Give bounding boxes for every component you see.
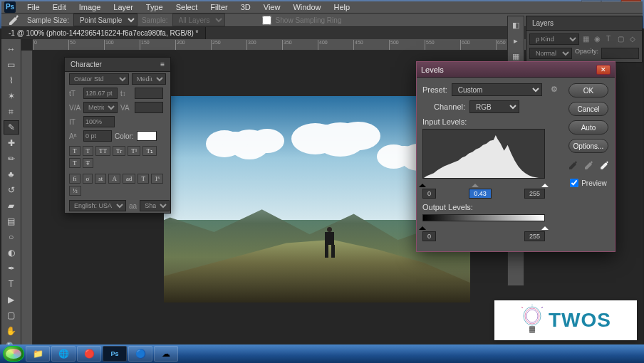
menu-window[interactable]: Window <box>287 1 326 13</box>
preset-gear-icon[interactable]: ⚙ <box>551 85 561 95</box>
vscale-input[interactable] <box>83 116 115 127</box>
language-select[interactable]: English: USA <box>69 200 126 211</box>
black-eyedropper-icon[interactable] <box>568 160 578 170</box>
output-white-slider[interactable] <box>541 223 549 230</box>
black-point-slider[interactable] <box>419 180 426 187</box>
font-size-input[interactable] <box>83 88 118 99</box>
type-style-btn-3[interactable]: Tr <box>113 146 125 156</box>
font-family-select[interactable]: Orator Std <box>69 73 129 85</box>
preset-select[interactable]: Custom <box>452 83 542 96</box>
type-style-btn-5[interactable]: T₁ <box>142 146 157 156</box>
clone-stamp-tool[interactable]: ♣ <box>4 167 19 182</box>
dodge-tool[interactable]: ◐ <box>4 246 19 260</box>
white-point-slider[interactable] <box>541 180 549 187</box>
start-button[interactable] <box>3 346 24 362</box>
opentype-btn-2[interactable]: st <box>95 174 106 184</box>
taskbar-creative-cloud[interactable]: ☁ <box>154 346 178 362</box>
white-eyedropper-icon[interactable] <box>599 160 609 170</box>
menu-view[interactable]: View <box>258 1 286 13</box>
sample-size-select[interactable]: Point Sample <box>73 14 137 26</box>
type-style-btn-7[interactable]: Ŧ <box>83 158 94 168</box>
opentype-btn-1[interactable]: σ <box>83 174 93 184</box>
panel-menu-icon[interactable]: ≡ <box>160 60 165 68</box>
history-brush-tool[interactable]: ↺ <box>4 183 19 197</box>
taskbar-teamviewer[interactable]: 🔵 <box>128 346 152 362</box>
menu-3d[interactable]: 3D <box>235 1 256 13</box>
layer-filter-kind[interactable]: ρ Kind <box>529 33 579 45</box>
filter-smart-icon[interactable]: ◇ <box>630 35 638 43</box>
input-white-value[interactable]: 255 <box>524 189 545 199</box>
gray-eyedropper-icon[interactable] <box>583 160 593 170</box>
preview-checkbox[interactable] <box>570 179 578 187</box>
menu-type[interactable]: Type <box>140 1 169 13</box>
output-slider[interactable] <box>422 223 545 231</box>
input-slider[interactable] <box>422 180 545 189</box>
options-button[interactable]: Options... <box>568 139 608 153</box>
eyedropper-tool[interactable]: ✎ <box>4 120 19 135</box>
layer-filter-icons[interactable]: ▦ ◉ T ▢ ◇ <box>582 35 639 43</box>
filter-type-icon[interactable]: T <box>606 35 615 43</box>
healing-brush-tool[interactable]: ✚ <box>4 136 19 150</box>
menu-edit[interactable]: Edit <box>47 1 72 13</box>
taskbar-chrome[interactable]: 🔴 <box>77 346 101 362</box>
type-style-btn-4[interactable]: T¹ <box>128 146 140 156</box>
menu-select[interactable]: Select <box>170 1 204 13</box>
input-black-value[interactable]: 0 <box>422 189 436 199</box>
type-style-btn-2[interactable]: TT <box>95 146 110 156</box>
gradient-tool[interactable]: ▤ <box>4 214 19 228</box>
hand-tool[interactable]: ✋ <box>4 324 19 338</box>
actions-panel-icon[interactable]: ▸ <box>510 36 521 48</box>
cancel-button[interactable]: Cancel <box>568 102 608 116</box>
antialias-select[interactable]: Sharp <box>140 200 170 211</box>
lasso-tool[interactable]: ⌇ <box>4 73 19 88</box>
history-panel-icon[interactable]: ◧ <box>510 21 521 32</box>
menu-file[interactable]: File <box>21 1 46 13</box>
output-black-slider[interactable] <box>419 223 426 230</box>
menu-image[interactable]: Image <box>73 1 107 13</box>
opacity-input[interactable] <box>601 48 639 59</box>
quick-select-tool[interactable]: ✶ <box>4 89 19 103</box>
eraser-tool[interactable]: ▰ <box>4 199 19 213</box>
blur-tool[interactable]: ○ <box>4 230 19 244</box>
move-tool[interactable]: ↔ <box>4 42 19 56</box>
opentype-btn-5[interactable]: T <box>137 174 149 184</box>
character-panel[interactable]: Character ≡ Orator Std Medium tT t↕ V/A … <box>64 57 171 214</box>
blend-mode-select[interactable]: Normal <box>529 48 572 59</box>
show-sampling-ring-checkbox[interactable] <box>262 16 271 25</box>
font-style-select[interactable]: Medium <box>132 73 166 85</box>
type-style-btn-1[interactable]: T <box>83 146 94 156</box>
rectangle-tool[interactable]: ▢ <box>4 308 19 322</box>
taskbar-internet-explorer[interactable]: 🌐 <box>51 346 76 362</box>
auto-button[interactable]: Auto <box>568 120 608 135</box>
type-style-btn-6[interactable]: T <box>69 158 80 168</box>
opentype-btn-7[interactable]: ½ <box>69 186 81 196</box>
output-black-value[interactable]: 0 <box>422 231 436 241</box>
layers-tab[interactable]: Layers <box>526 16 642 31</box>
opentype-btn-6[interactable]: 1ˢ <box>151 174 164 184</box>
menu-help[interactable]: Help <box>328 1 356 13</box>
opentype-btn-3[interactable]: A <box>108 174 120 184</box>
gamma-slider[interactable] <box>472 180 479 187</box>
opentype-btn-4[interactable]: ad <box>123 174 136 184</box>
document-tab[interactable]: -1 @ 100% (photo-1442965416224-f6a7eca98… <box>1 27 206 39</box>
levels-close-button[interactable]: ✕ <box>596 65 611 75</box>
kerning-select[interactable]: Metrics <box>83 102 118 113</box>
type-tool[interactable]: T <box>4 277 19 291</box>
brush-tool[interactable]: ✏ <box>4 152 19 166</box>
taskbar-photoshop[interactable]: Ps <box>103 346 127 362</box>
text-color-swatch[interactable] <box>137 131 157 141</box>
character-tab[interactable]: Character <box>71 60 102 68</box>
levels-dialog[interactable]: Levels ✕ Preset: Custom ⚙ Channel: RGB I… <box>416 61 616 252</box>
pen-tool[interactable]: ✒ <box>4 261 19 275</box>
menu-filter[interactable]: Filter <box>204 1 233 13</box>
channel-select[interactable]: RGB <box>469 100 519 113</box>
tracking-input[interactable] <box>135 102 163 113</box>
filter-adjust-icon[interactable]: ◉ <box>594 35 603 43</box>
crop-tool[interactable]: ⌗ <box>4 105 19 119</box>
opentype-btn-0[interactable]: fi <box>69 174 80 184</box>
input-gamma-value[interactable]: 0.43 <box>469 189 492 199</box>
marquee-tool[interactable]: ▭ <box>4 58 19 72</box>
leading-input[interactable] <box>135 88 163 99</box>
filter-pixel-icon[interactable]: ▦ <box>583 35 591 43</box>
output-white-value[interactable]: 255 <box>524 231 545 241</box>
